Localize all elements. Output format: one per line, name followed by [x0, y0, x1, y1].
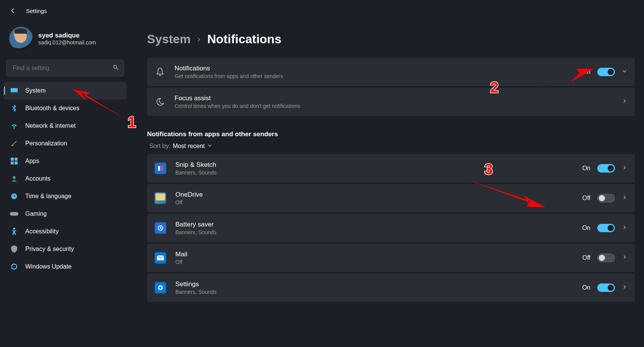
moon-icon	[155, 96, 165, 107]
bell-icon	[155, 67, 165, 77]
app-subtitle: Banners, Sounds	[175, 169, 573, 176]
svg-rect-5	[11, 161, 14, 165]
app-name: Settings	[175, 280, 573, 288]
profile-email: sadiq.012@hotmail.com	[38, 39, 96, 46]
breadcrumb-parent[interactable]: System	[147, 32, 191, 46]
brush-icon	[10, 139, 18, 148]
chevron-right-icon	[622, 254, 627, 261]
app-toggle[interactable]	[597, 164, 615, 173]
app-subtitle: Off	[175, 259, 573, 265]
chevron-down-icon	[207, 143, 212, 150]
sidebar-item-accessibility[interactable]: Accessibility	[4, 223, 126, 240]
svg-rect-1	[11, 88, 18, 93]
chevron-down-icon[interactable]	[622, 68, 627, 75]
annotation-number-1: 1	[127, 114, 136, 131]
svg-rect-12	[161, 166, 163, 171]
snip-sketch-icon	[155, 163, 166, 174]
sort-label: Sort by:	[149, 143, 170, 150]
clock-icon	[10, 192, 18, 200]
sidebar-item-label: Accessibility	[25, 228, 59, 235]
sidebar-item-time[interactable]: Time & language	[4, 187, 126, 205]
sidebar-item-personalization[interactable]: Personalization	[4, 135, 126, 152]
app-row[interactable]: Snip & Sketch Banners, Sounds On	[147, 154, 635, 182]
toggle-state-label: On	[582, 165, 590, 172]
app-title: Settings	[26, 8, 47, 14]
sidebar-item-accounts[interactable]: Accounts	[4, 170, 126, 187]
sidebar-item-update[interactable]: Windows Update	[4, 258, 126, 275]
sidebar-item-label: System	[25, 87, 46, 94]
app-row[interactable]: Settings Banners, Sounds On	[147, 274, 635, 302]
sidebar-item-label: Accounts	[25, 175, 51, 182]
app-name: Snip & Sketch	[175, 161, 573, 169]
bluetooth-icon	[10, 104, 18, 112]
svg-rect-4	[15, 158, 18, 161]
settings-app-icon	[155, 282, 166, 293]
sidebar-item-label: Time & language	[25, 193, 71, 200]
search-wrap	[6, 60, 124, 77]
annotation-arrow-2	[502, 67, 597, 107]
chevron-right-icon: ›	[198, 34, 200, 44]
sort-dropdown[interactable]: Sort by: Most recent	[147, 143, 635, 150]
update-icon	[10, 262, 18, 271]
sidebar-item-privacy[interactable]: Privacy & security	[4, 240, 126, 258]
search-icon	[113, 64, 119, 72]
toggle-state-label: On	[582, 284, 590, 291]
sort-value: Most recent	[173, 143, 205, 150]
annotation-arrow-1	[65, 83, 134, 131]
sidebar-item-gaming[interactable]: Gaming	[4, 205, 126, 223]
shield-icon	[10, 245, 18, 253]
svg-rect-11	[158, 166, 160, 171]
search-input[interactable]	[6, 60, 124, 77]
app-row[interactable]: OneDrive Off Off	[147, 184, 635, 212]
sidebar-item-label: Privacy & security	[25, 246, 74, 253]
toggle-state-label: On	[582, 225, 590, 231]
app-name: Mail	[175, 251, 573, 258]
topbar: Settings	[0, 0, 644, 19]
sidebar-item-label: Personalization	[25, 140, 67, 147]
battery-icon	[155, 222, 166, 234]
profile-block[interactable]: syed sadique sadiq.012@hotmail.com	[4, 23, 126, 60]
annotation-arrow-3	[463, 176, 548, 216]
onedrive-icon	[155, 192, 166, 204]
apps-icon	[10, 157, 18, 165]
wifi-icon	[10, 122, 18, 130]
breadcrumb-current: Notifications	[207, 32, 281, 46]
svg-point-0	[114, 65, 117, 68]
app-row[interactable]: Mail Off Off	[147, 244, 635, 272]
app-subtitle: Banners, Sounds	[175, 229, 573, 235]
app-toggle[interactable]	[597, 254, 615, 262]
svg-rect-9	[10, 212, 18, 215]
app-name: Battery saver	[175, 221, 573, 228]
main-content: System › Notifications Notifications Get…	[130, 19, 644, 303]
profile-name: syed sadique	[38, 32, 96, 39]
back-button[interactable]	[9, 7, 17, 15]
app-subtitle: Banners, Sounds	[175, 289, 573, 295]
svg-point-7	[13, 176, 16, 179]
accessibility-icon	[10, 227, 18, 236]
sidebar-item-apps[interactable]: Apps	[4, 152, 126, 170]
system-icon	[10, 86, 18, 95]
svg-rect-3	[11, 158, 14, 161]
chevron-right-icon	[622, 195, 627, 202]
app-toggle[interactable]	[597, 194, 615, 202]
chevron-right-icon	[622, 165, 627, 172]
notifications-toggle[interactable]	[597, 68, 615, 76]
section-header: Notifications from apps and other sender…	[147, 130, 635, 138]
sidebar-item-label: Apps	[25, 158, 39, 165]
avatar	[9, 27, 33, 51]
sidebar: syed sadique sadiq.012@hotmail.com Syste…	[0, 19, 130, 303]
chevron-right-icon	[622, 98, 627, 105]
toggle-state-label: Off	[582, 254, 590, 261]
breadcrumb: System › Notifications	[147, 32, 635, 46]
svg-point-10	[13, 228, 15, 230]
gamepad-icon	[10, 210, 18, 218]
sidebar-item-label: Windows Update	[25, 263, 72, 270]
app-row[interactable]: Battery saver Banners, Sounds On	[147, 214, 635, 242]
chevron-right-icon	[622, 225, 627, 231]
app-toggle[interactable]	[597, 283, 615, 292]
annotation-number-3: 3	[484, 161, 493, 178]
svg-rect-6	[15, 161, 18, 165]
annotation-number-2: 2	[490, 79, 499, 96]
sidebar-item-label: Gaming	[25, 210, 47, 217]
app-toggle[interactable]	[597, 224, 615, 232]
